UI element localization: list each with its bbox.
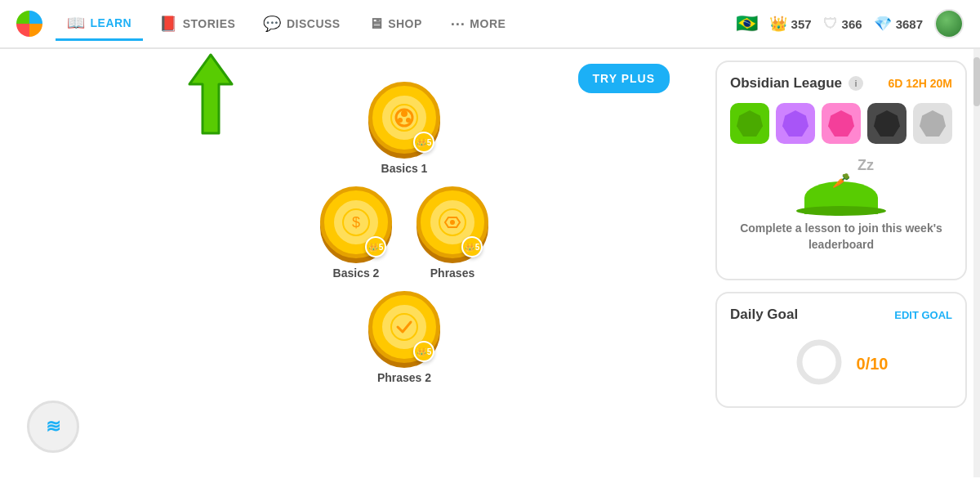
svg-text:$: $ (352, 214, 360, 231)
svg-point-11 (800, 342, 839, 382)
phrases-label: Phrases (430, 266, 474, 280)
gem-purple-shape (782, 110, 808, 137)
svg-point-5 (406, 118, 411, 123)
nav-discuss-label: DISCUSS (287, 17, 341, 30)
basics2-label: Basics 2 (333, 266, 380, 280)
league-info-icon[interactable]: i (849, 76, 863, 91)
lesson-phrases[interactable]: 👑 5 Phrases (416, 186, 488, 280)
league-card: Obsidian League i 6D 12H 20M (715, 60, 967, 280)
more-icon: ⋯ (450, 15, 466, 33)
stories-icon: 📕 (159, 15, 178, 33)
up-arrow (188, 53, 234, 135)
basics1-crown: 👑 5 (413, 132, 434, 153)
streak-graph-icon: ≋ (46, 416, 60, 437)
try-plus-button[interactable]: TRY PLUS (578, 64, 670, 93)
shield-stat[interactable]: 🛡 366 (823, 16, 862, 33)
nav-learn[interactable]: 📖 LEARN (56, 7, 143, 41)
daily-goal-card: Daily Goal EDIT GOAL 0/10 (715, 292, 967, 408)
gem-dark-shape (874, 110, 900, 137)
gem-gray-shape (920, 110, 946, 137)
phrases2-icon (389, 311, 420, 342)
navbar: 📖 LEARN 📕 STORIES 💬 DISCUSS 🖥 SHOP ⋯ MOR… (0, 0, 980, 49)
phrases-circle: 👑 5 (416, 186, 488, 258)
nav-discuss[interactable]: 💬 DISCUSS (252, 8, 351, 39)
gem-gray[interactable] (913, 103, 952, 144)
basics2-crown: 👑 5 (365, 236, 386, 257)
scrollbar-track (973, 49, 980, 477)
streak-stat[interactable]: 👑 357 (769, 15, 812, 33)
avatar[interactable] (934, 9, 964, 38)
gem-icon: 💎 (874, 15, 892, 33)
flag-brazil[interactable]: 🇧🇷 (736, 13, 758, 34)
learn-icon: 📖 (67, 14, 86, 32)
phrases2-label: Phrases 2 (377, 371, 431, 384)
basics1-icon (389, 102, 420, 133)
lesson-row-3: 👑 5 Phrases 2 (368, 291, 440, 384)
sleep-graphic: Zz 🥕 (800, 157, 882, 214)
daily-goal-header: Daily Goal EDIT GOAL (730, 307, 952, 323)
lesson-row-2: $ 👑 5 Basics 2 (320, 186, 488, 280)
leaderboard-sleep-text: Complete a lesson to join this week's le… (737, 221, 946, 253)
carrot-icon: 🥕 (832, 172, 850, 190)
progress-ring-container (795, 338, 844, 387)
gem-dark[interactable] (867, 103, 906, 144)
daily-progress-count: 0/10 (857, 355, 889, 374)
nav-right-actions: 🇧🇷 👑 357 🛡 366 💎 3687 (736, 9, 964, 38)
gem-pink[interactable] (822, 103, 861, 144)
nav-shop-label: SHOP (388, 17, 422, 30)
streak-button[interactable]: ≋ (27, 401, 79, 453)
phrases2-crown: 👑 5 (413, 341, 434, 362)
logo[interactable] (16, 11, 42, 37)
nav-learn-label: LEARN (91, 16, 132, 29)
gem-purple[interactable] (776, 103, 815, 144)
shield-icon: 🛡 (823, 16, 838, 33)
arrow-svg (188, 53, 234, 135)
basics1-label: Basics 1 (381, 162, 428, 175)
gem-pink-shape (828, 110, 854, 137)
shield-count: 366 (842, 17, 862, 31)
nav-stories[interactable]: 📕 STORIES (148, 8, 247, 39)
lesson-row-1: 👑 5 Basics 1 (368, 82, 440, 175)
phrases-crown: 👑 5 (461, 236, 483, 257)
right-panel: Obsidian League i 6D 12H 20M (702, 49, 980, 477)
basics1-circle: 👑 5 (368, 82, 440, 154)
svg-point-3 (401, 110, 408, 117)
gem-stat[interactable]: 💎 3687 (874, 15, 923, 33)
basics2-icon: $ (341, 207, 372, 238)
league-title-row: Obsidian League i (730, 75, 863, 92)
nav-more[interactable]: ⋯ MORE (439, 8, 518, 39)
center-panel: TRY PLUS (106, 49, 702, 477)
zzz-icon: Zz (858, 157, 874, 174)
lesson-basics2[interactable]: $ 👑 5 Basics 2 (320, 186, 392, 280)
left-panel: ≋ (0, 49, 106, 477)
nav-more-label: MORE (470, 17, 506, 30)
svg-marker-0 (189, 55, 232, 133)
svg-point-4 (398, 118, 403, 123)
logo-icon (16, 11, 42, 37)
nav-stories-label: STORIES (183, 17, 236, 30)
lesson-basics1[interactable]: 👑 5 Basics 1 (368, 82, 440, 175)
basics2-circle: $ 👑 5 (320, 186, 392, 258)
progress-ring-svg (795, 338, 844, 387)
leaderboard-sleep-area: Zz 🥕 Complete a lesson to join this week… (730, 144, 952, 266)
phrases-icon (437, 207, 468, 238)
discuss-icon: 💬 (263, 15, 282, 33)
league-title: Obsidian League (730, 75, 842, 92)
daily-goal-title: Daily Goal (730, 307, 798, 323)
phrases2-circle: 👑 5 (368, 291, 440, 363)
lesson-nodes: 👑 5 Basics 1 $ (320, 82, 488, 384)
svg-point-9 (450, 220, 455, 225)
gem-green[interactable] (730, 103, 769, 144)
scrollbar-thumb[interactable] (973, 57, 980, 106)
streak-count: 357 (791, 17, 812, 31)
lesson-phrases2[interactable]: 👑 5 Phrases 2 (368, 291, 440, 384)
gem-count: 3687 (896, 17, 923, 31)
league-gems (730, 103, 952, 144)
sleep-mound: 🥕 (804, 181, 878, 214)
main-layout: ≋ TRY PLUS (0, 49, 980, 477)
shop-icon: 🖥 (368, 16, 384, 33)
league-timer: 6D 12H 20M (888, 77, 952, 90)
edit-goal-button[interactable]: EDIT GOAL (894, 309, 952, 321)
league-header: Obsidian League i 6D 12H 20M (730, 75, 952, 92)
nav-shop[interactable]: 🖥 SHOP (357, 9, 434, 39)
